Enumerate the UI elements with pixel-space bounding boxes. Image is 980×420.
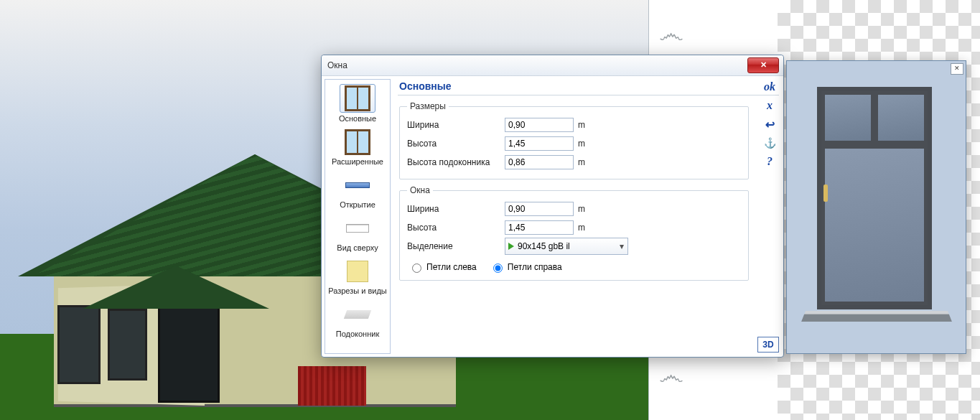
nav-item-label: Открытие [340,200,375,209]
nav-item-top-view[interactable]: Вид сверху [327,213,388,255]
nav-item-label: Разрезы и виды [328,286,387,295]
window-icon [345,85,370,111]
selection-label: Выделение [407,241,500,251]
ok-button[interactable]: ok [760,79,779,95]
sill-icon [344,310,371,319]
nav-item-extended[interactable]: Расширенные [327,127,388,169]
window-icon [345,129,370,155]
width-label: Ширина [407,120,500,130]
dialog-content: Основные ok x ↩ ⚓ ? Размеры Ширина m Выс… [393,76,783,357]
shutter-element [298,366,366,406]
preview-close-button[interactable]: ✕ [951,63,963,75]
hinge-left-input[interactable] [412,263,421,273]
unit-label: m [578,157,585,167]
preview-window [817,87,932,309]
chevron-down-icon: ▾ [616,241,627,251]
section-icon [347,261,368,282]
nav-item-main[interactable]: Основные [327,83,388,126]
window-preview-panel: ✕ [786,60,966,354]
opening-icon [345,182,370,188]
sill-height-input[interactable] [505,155,574,169]
unit-label: m [578,120,585,130]
dialog-titlebar[interactable]: Окна ✕ [322,55,783,76]
hinge-right-label: Петли справа [508,262,562,272]
dialog-nav: Основные Расширенные Открытие Вид сверху… [325,79,391,354]
height-label: Высота [407,139,500,149]
selection-combo[interactable]: 90x145 gbB il ▾ [505,238,628,255]
unit-label: m [578,139,585,149]
win-height-label: Высота [407,223,500,233]
preview-sill [801,311,952,322]
arrow-right-icon [508,243,514,250]
hinge-left-label: Петли слева [426,262,477,272]
hinge-left-radio[interactable]: Петли слева [409,261,477,273]
win-width-input[interactable] [505,202,574,216]
group-legend: Окна [407,185,433,195]
nav-item-label: Основные [339,114,376,123]
content-header: Основные [398,76,779,95]
width-input[interactable] [505,118,574,132]
nav-item-sill[interactable]: Подоконник [327,299,388,341]
win-height-input[interactable] [505,220,574,235]
back-button[interactable]: ↩ [760,116,779,132]
cancel-button[interactable]: x [760,98,779,113]
nav-item-label: Подоконник [336,330,379,338]
windows-dialog: Окна ✕ Основные Расширенные Открытие Вид… [321,55,784,358]
dialog-action-column: ok x ↩ ⚓ ? [760,79,779,169]
windows-group: Окна Ширина m Высота m Выделение 90x145 … [399,185,749,281]
nav-item-label: Расширенные [332,157,383,166]
nav-item-sections[interactable]: Разрезы и виды [327,256,388,298]
hinge-right-input[interactable] [493,263,503,273]
plan-symbol: ෴ [659,19,688,53]
dialog-title: Окна [322,60,347,70]
dialog-close-button[interactable]: ✕ [747,57,779,73]
anchor-button[interactable]: ⚓ [760,135,779,151]
sill-height-label: Высота подоконника [407,157,500,167]
group-legend: Размеры [407,101,449,111]
win-width-label: Ширина [407,204,500,214]
topview-icon [346,224,369,233]
unit-label: m [578,204,585,214]
selection-value: 90x145 gbB il [518,241,616,251]
height-input[interactable] [505,136,574,151]
window-handle-icon [823,185,828,202]
nav-item-label: Вид сверху [337,243,378,252]
dimensions-group: Размеры Ширина m Высота m Высота подокон… [399,101,749,179]
nav-item-opening[interactable]: Открытие [327,170,388,212]
help-button[interactable]: ? [760,154,779,169]
toggle-3d-button[interactable]: 3D [757,337,779,353]
hinge-right-radio[interactable]: Петли справа [490,261,562,273]
plan-symbol: ෴ [659,360,688,395]
unit-label: m [578,223,585,233]
